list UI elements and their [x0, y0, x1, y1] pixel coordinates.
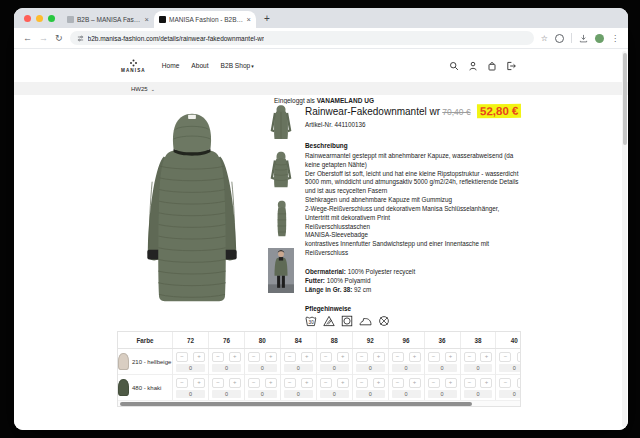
site-settings-icon[interactable] — [77, 35, 84, 42]
qty-value[interactable]: 0 — [392, 364, 421, 372]
qty-plus-button[interactable]: + — [301, 352, 313, 362]
qty-plus-button[interactable]: + — [373, 352, 385, 362]
qty-minus-button[interactable]: − — [464, 352, 476, 362]
qty-minus-button[interactable]: − — [464, 378, 476, 388]
qty-plus-button[interactable]: + — [193, 378, 205, 388]
qty-minus-button[interactable]: − — [499, 378, 511, 388]
nav-item-b2b-shop[interactable]: B2B Shop▾ — [221, 62, 254, 69]
qty-minus-button[interactable]: − — [176, 352, 188, 362]
download-icon[interactable] — [579, 34, 588, 43]
qty-value[interactable]: 0 — [284, 390, 313, 398]
qty-plus-button[interactable]: + — [373, 378, 385, 388]
vertical-scrollbar-thumb[interactable] — [623, 53, 627, 145]
qty-value[interactable]: 0 — [499, 364, 521, 372]
qty-plus-button[interactable]: + — [337, 352, 349, 362]
qty-value[interactable]: 0 — [212, 364, 241, 372]
qty-value[interactable]: 0 — [248, 364, 277, 372]
qty-minus-button[interactable]: − — [320, 378, 332, 388]
qty-plus-button[interactable]: + — [337, 378, 349, 388]
qty-value[interactable]: 0 — [356, 364, 385, 372]
qty-plus-button[interactable]: + — [409, 378, 421, 388]
close-window-button[interactable] — [24, 15, 31, 22]
qty-minus-button[interactable]: − — [212, 352, 224, 362]
qty-minus-button[interactable]: − — [499, 352, 511, 362]
qty-minus-button[interactable]: − — [248, 378, 260, 388]
qty-minus-button[interactable]: − — [320, 352, 332, 362]
qty-value[interactable]: 0 — [356, 390, 385, 398]
vertical-scrollbar[interactable] — [622, 51, 627, 427]
browser-tab-product[interactable]: MANISA Fashion - B2B - Pro... × — [154, 11, 256, 28]
qty-value[interactable]: 0 — [392, 390, 421, 398]
qty-value[interactable]: 0 — [320, 364, 349, 372]
extensions-icon[interactable] — [555, 34, 564, 43]
qty-value[interactable]: 0 — [176, 364, 205, 372]
qty-value[interactable]: 0 — [499, 390, 521, 398]
close-tab-icon[interactable]: × — [145, 16, 149, 23]
qty-plus-button[interactable]: + — [265, 352, 277, 362]
qty-plus-button[interactable]: + — [445, 352, 457, 362]
minimize-window-button[interactable] — [36, 15, 43, 22]
qty-plus-button[interactable]: + — [517, 352, 521, 362]
thumbnail-front-view[interactable] — [268, 104, 294, 145]
tumble-dry-icon — [341, 315, 353, 327]
qty-value[interactable]: 0 — [464, 364, 493, 372]
qty-minus-button[interactable]: − — [284, 378, 296, 388]
qty-plus-button[interactable]: + — [480, 352, 492, 362]
thumbnail-model-photo[interactable] — [268, 248, 294, 297]
browser-tab-b2b[interactable]: B2B – MANISA Fashion × — [62, 11, 154, 28]
horizontal-scrollbar-thumb[interactable] — [120, 402, 472, 406]
qty-plus-button[interactable]: + — [193, 352, 205, 362]
qty-minus-button[interactable]: − — [176, 378, 188, 388]
quantity-cell: −+0 — [388, 375, 424, 401]
qty-value[interactable]: 0 — [464, 390, 493, 398]
qty-minus-button[interactable]: − — [356, 352, 368, 362]
qty-plus-button[interactable]: + — [229, 352, 241, 362]
thumbnail-side-view[interactable] — [268, 199, 294, 243]
search-icon[interactable] — [449, 61, 459, 71]
nav-item-home[interactable]: Home — [162, 62, 180, 69]
season-selector[interactable]: HW25 ⌄ — [14, 82, 628, 95]
bag-icon[interactable] — [487, 61, 497, 71]
qty-plus-button[interactable]: + — [265, 378, 277, 388]
qty-plus-button[interactable]: + — [229, 378, 241, 388]
logo-text: MANISA — [121, 68, 146, 73]
product-main-image[interactable] — [119, 104, 265, 308]
tab-title: MANISA Fashion - B2B - Pro... — [169, 16, 244, 23]
horizontal-scrollbar[interactable] — [118, 400, 520, 406]
qty-value[interactable]: 0 — [284, 364, 313, 372]
qty-plus-button[interactable]: + — [445, 378, 457, 388]
qty-plus-button[interactable]: + — [480, 378, 492, 388]
qty-plus-button[interactable]: + — [301, 378, 313, 388]
qty-minus-button[interactable]: − — [248, 352, 260, 362]
qty-value[interactable]: 0 — [320, 390, 349, 398]
qty-plus-button[interactable]: + — [517, 378, 521, 388]
qty-minus-button[interactable]: − — [212, 378, 224, 388]
qty-value[interactable]: 0 — [428, 390, 457, 398]
close-tab-icon[interactable]: × — [247, 16, 251, 23]
qty-minus-button[interactable]: − — [428, 352, 440, 362]
qty-minus-button[interactable]: − — [392, 378, 404, 388]
back-icon[interactable]: ← — [23, 34, 32, 43]
qty-value[interactable]: 0 — [176, 390, 205, 398]
address-bar[interactable]: b2b.manisa-fashion.com/details/rainwear-… — [70, 31, 534, 45]
url-text[interactable]: b2b.manisa-fashion.com/details/rainwear-… — [88, 35, 265, 42]
browser-menu-icon[interactable]: ⋮ — [611, 34, 619, 43]
user-icon[interactable] — [468, 61, 478, 71]
nav-item-about[interactable]: About — [191, 62, 208, 69]
manisa-logo[interactable]: MANISA — [121, 59, 146, 73]
qty-plus-button[interactable]: + — [409, 352, 421, 362]
new-tab-button[interactable]: + — [264, 14, 270, 24]
bookmark-icon[interactable]: ☆ — [541, 34, 548, 43]
qty-minus-button[interactable]: − — [428, 378, 440, 388]
qty-value[interactable]: 0 — [248, 390, 277, 398]
thumbnail-back-view[interactable] — [268, 150, 294, 194]
reload-icon[interactable]: ↻ — [55, 34, 63, 43]
logout-icon[interactable] — [506, 61, 516, 71]
qty-minus-button[interactable]: − — [284, 352, 296, 362]
qty-value[interactable]: 0 — [212, 390, 241, 398]
fullscreen-window-button[interactable] — [48, 15, 55, 22]
qty-value[interactable]: 0 — [428, 364, 457, 372]
profile-avatar[interactable] — [595, 34, 604, 43]
qty-minus-button[interactable]: − — [392, 352, 404, 362]
qty-minus-button[interactable]: − — [356, 378, 368, 388]
